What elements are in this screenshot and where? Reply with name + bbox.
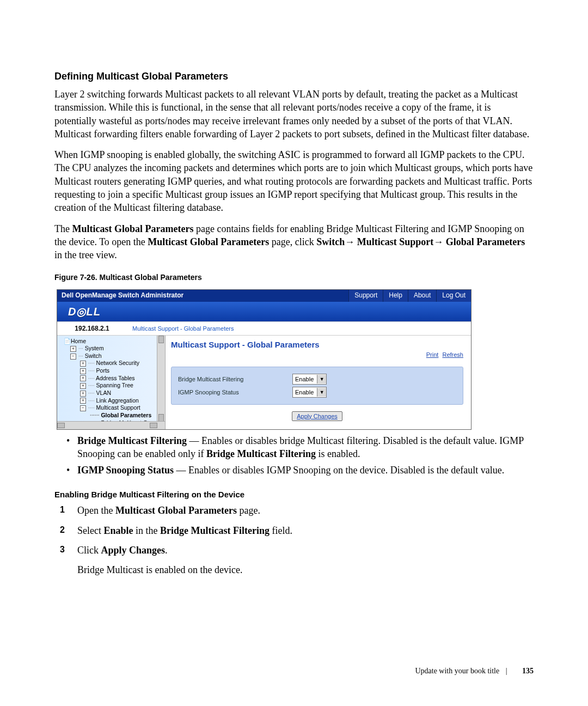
- bridge-multicast-filtering-value: Enable: [295, 376, 314, 382]
- tree-vlan[interactable]: +···· VLAN: [60, 389, 164, 397]
- apply-changes-button[interactable]: Apply Changes: [292, 411, 342, 421]
- footer-title: Update with your book title: [415, 667, 499, 675]
- titlebar-title: Dell OpenManage Switch Administrator: [57, 290, 348, 302]
- figure-caption: Figure 7-26. Multicast Global Parameters: [54, 273, 534, 282]
- bullet-igmp-snooping-status: IGMP Snooping Status — Enables or disabl…: [54, 464, 534, 477]
- logout-button[interactable]: Log Out: [436, 290, 471, 302]
- nav-tree: 📄Home +··· System −··· Switch +···· Netw…: [57, 336, 166, 429]
- tree-global-parameters[interactable]: ······ Global Parameters: [60, 412, 164, 419]
- dell-logo: D◎LL: [68, 306, 101, 317]
- tree-multicast-support[interactable]: −···· Multicast Support: [60, 404, 164, 412]
- heading-defining-multicast: Defining Multicast Global Parameters: [54, 71, 534, 82]
- document-page: Defining Multicast Global Parameters Lay…: [0, 0, 588, 706]
- titlebar: Dell OpenManage Switch Administrator Sup…: [57, 290, 471, 302]
- page-links: Print Refresh: [171, 351, 463, 358]
- field-descriptions: Bridge Multicast Filtering — Enables or …: [54, 434, 534, 477]
- options-panel: Bridge Multicast Filtering Enable ▼ IGMP…: [171, 367, 463, 405]
- refresh-link[interactable]: Refresh: [442, 351, 463, 358]
- igmp-snooping-status-select[interactable]: Enable ▼: [292, 387, 327, 398]
- tree-ports[interactable]: +···· Ports: [60, 367, 164, 375]
- tree-network-security[interactable]: +···· Network Security: [60, 360, 164, 367]
- procedure-steps: Open the Multicast Global Parameters pag…: [54, 503, 534, 576]
- bullet-bridge-multicast-filtering: Bridge Multicast Filtering — Enables or …: [54, 434, 534, 461]
- paragraph-intro-3: The Multicast Global Parameters page con…: [54, 222, 534, 262]
- content-pane: Multicast Support - Global Parameters Pr…: [166, 336, 471, 429]
- tree-home[interactable]: 📄Home: [60, 338, 164, 345]
- tree-switch[interactable]: −··· Switch: [60, 352, 164, 360]
- step-1: Open the Multicast Global Parameters pag…: [54, 503, 534, 518]
- tree-spanning-tree[interactable]: +···· Spanning Tree: [60, 382, 164, 389]
- paragraph-intro-1: Layer 2 switching forwards Multicast pac…: [54, 88, 534, 141]
- embedded-admin-screenshot: Dell OpenManage Switch Administrator Sup…: [57, 289, 471, 430]
- help-button[interactable]: Help: [383, 290, 408, 302]
- step-2: Select Enable in the Bridge Multicast Fi…: [54, 524, 534, 538]
- igmp-snooping-status-value: Enable: [295, 389, 314, 395]
- page-number: 135: [522, 667, 534, 675]
- about-button[interactable]: About: [408, 290, 436, 302]
- igmp-snooping-status-label: IGMP Snooping Status: [178, 389, 292, 395]
- page-title: Multicast Support - Global Parameters: [171, 340, 463, 349]
- chevron-down-icon: ▼: [317, 375, 326, 384]
- device-ip: 192.168.2.1: [57, 325, 127, 332]
- bridge-multicast-filtering-select[interactable]: Enable ▼: [292, 374, 327, 385]
- heading-enabling-bridge-multicast: Enabling Bridge Multicast Filtering on t…: [54, 490, 534, 499]
- support-button[interactable]: Support: [348, 290, 383, 302]
- logo-band: D◎LL: [57, 302, 471, 321]
- print-link[interactable]: Print: [426, 351, 439, 358]
- step-3-result: Bridge Multicast is enabled on the devic…: [77, 563, 534, 577]
- tree-horizontal-scrollbar[interactable]: [57, 421, 165, 429]
- tree-address-tables[interactable]: +···· Address Tables: [60, 375, 164, 382]
- paragraph-intro-2: When IGMP snooping is enabled globally, …: [54, 148, 534, 214]
- breadcrumb-path: Multicast Support - Global Parameters: [127, 325, 234, 332]
- tree-vertical-scrollbar[interactable]: [157, 336, 165, 422]
- footer-separator: |: [506, 667, 507, 675]
- chevron-down-icon: ▼: [317, 388, 326, 397]
- bridge-multicast-filtering-label: Bridge Multicast Filtering: [178, 376, 292, 382]
- tree-link-aggregation[interactable]: +···· Link Aggregation: [60, 397, 164, 405]
- tree-system[interactable]: +··· System: [60, 345, 164, 352]
- step-3: Click Apply Changes. Bridge Multicast is…: [54, 543, 534, 577]
- page-footer: Update with your book title | 135: [415, 667, 534, 675]
- breadcrumb-bar: 192.168.2.1 Multicast Support - Global P…: [57, 321, 471, 336]
